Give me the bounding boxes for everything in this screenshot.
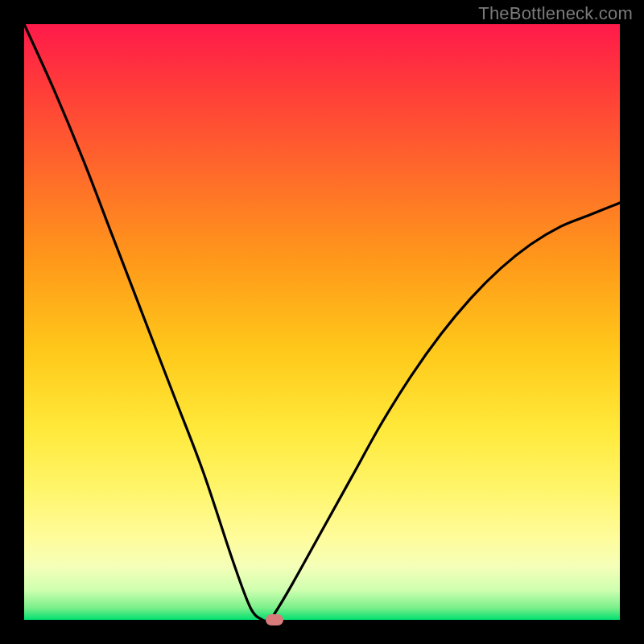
chart-frame: TheBottleneck.com (0, 0, 644, 644)
chart-plot-area (24, 24, 620, 620)
minimum-marker (266, 614, 283, 625)
watermark-text: TheBottleneck.com (478, 3, 633, 24)
bottleneck-curve (24, 24, 620, 620)
